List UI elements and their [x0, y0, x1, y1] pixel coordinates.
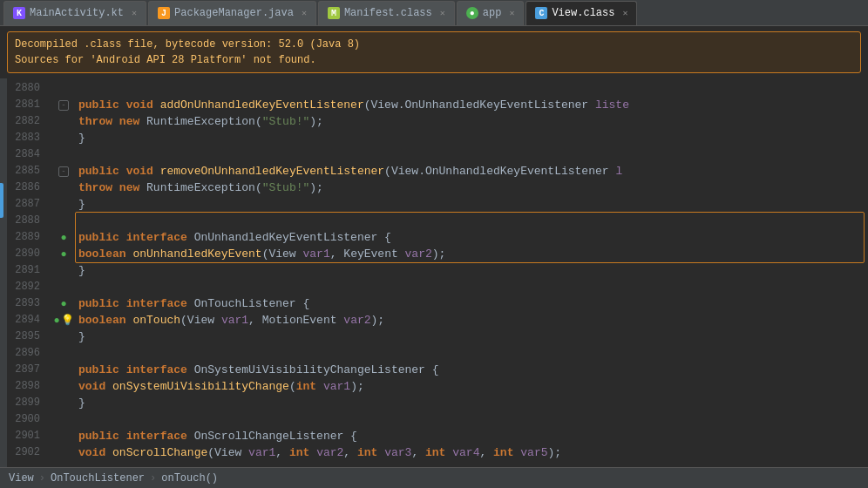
code-line: throw new RuntimeException("Stub!");: [78, 180, 868, 196]
line-number: 2895: [7, 329, 45, 345]
tab-view-class[interactable]: C View.class ✕: [526, 1, 637, 25]
code-line: public interface OnSystemUiVisibilityCha…: [78, 362, 868, 378]
gutter-marker: [52, 146, 75, 163]
code-line: [78, 345, 868, 362]
tab-close-icon[interactable]: ✕: [622, 8, 627, 18]
line-number: 2901: [7, 428, 45, 444]
gutter-marker: [52, 196, 75, 213]
gutter-marker: [52, 345, 75, 362]
code-line: throw new RuntimeException("Stub!");: [78, 113, 868, 130]
gutter-marker: [52, 279, 75, 295]
code-line: void onScrollChange(View var1, int var2,…: [78, 444, 868, 461]
line-number: 2888: [7, 213, 45, 229]
tab-bar: K MainActivity.kt ✕ J PackageManager.jav…: [0, 0, 868, 26]
gutter-marker: ●💡: [52, 312, 75, 329]
line-number: 2889: [7, 229, 45, 246]
gutter-marker: ●: [52, 229, 75, 246]
code-line: [78, 279, 868, 295]
status-bar: View › OnTouchListener › onTouch(): [0, 467, 868, 488]
code-line: void onSystemUiVisibilityChange(int var1…: [78, 378, 868, 395]
app-icon: ●: [466, 7, 478, 19]
code-line: [78, 411, 868, 428]
tab-package-manager[interactable]: J PackageManager.java ✕: [148, 1, 316, 25]
gutter-marker: [52, 329, 75, 345]
gutter: --●●●●💡: [52, 78, 75, 469]
gutter-marker: [52, 411, 75, 428]
line-number: 2890: [7, 246, 45, 262]
gutter-marker: [52, 262, 75, 279]
warning-banner: Decompiled .class file, bytecode version…: [7, 31, 861, 73]
line-number: 2902: [7, 444, 45, 461]
gutter-marker: -: [52, 163, 75, 180]
tab-close-icon[interactable]: ✕: [132, 8, 137, 18]
code-line: public interface OnScrollChangeListener …: [78, 428, 868, 444]
line-number: 2891: [7, 262, 45, 279]
line-number: 2899: [7, 395, 45, 411]
gutter-marker: [52, 395, 75, 411]
line-number: 2884: [7, 146, 45, 163]
line-number: 2881: [7, 97, 45, 113]
gutter-marker: [52, 130, 75, 146]
tab-main-activity[interactable]: K MainActivity.kt ✕: [3, 1, 146, 25]
breadcrumb-view[interactable]: View: [9, 472, 34, 485]
gutter-marker: ●: [52, 246, 75, 262]
code-line: [78, 213, 868, 229]
code-line: }: [78, 262, 868, 279]
gutter-marker: [52, 80, 75, 97]
code-line: public void removeOnUnhandledKeyEventLis…: [78, 163, 868, 180]
line-number: 2900: [7, 411, 45, 428]
line-number: 2894: [7, 312, 45, 329]
gutter-marker: [52, 113, 75, 130]
code-line: [78, 146, 868, 163]
code-line: }: [78, 329, 868, 345]
tab-close-icon[interactable]: ✕: [440, 8, 445, 18]
code-line: }: [78, 196, 868, 213]
breadcrumb-method[interactable]: onTouch(): [161, 472, 218, 485]
tab-manifest[interactable]: M Manifest.class ✕: [318, 1, 455, 25]
line-number: 2897: [7, 362, 45, 378]
gutter-marker: [52, 428, 75, 444]
line-number: 2893: [7, 295, 45, 312]
gutter-marker: -: [52, 97, 75, 113]
code-line: public interface OnUnhandledKeyEventList…: [78, 229, 868, 246]
code-line: [78, 80, 868, 97]
tab-label: Manifest.class: [344, 7, 432, 19]
tab-close-icon[interactable]: ✕: [509, 8, 514, 18]
java-icon: J: [158, 7, 170, 19]
tab-close-icon[interactable]: ✕: [302, 8, 307, 18]
breadcrumb-listener[interactable]: OnTouchListener: [51, 472, 145, 485]
code-line: }: [78, 130, 868, 146]
line-number: 2882: [7, 113, 45, 130]
code-line: }: [78, 395, 868, 411]
code-line: boolean onTouch(View var1, MotionEvent v…: [78, 312, 868, 329]
line-number: 2885: [7, 163, 45, 180]
warning-line1: Decompiled .class file, bytecode version…: [15, 37, 853, 52]
code-line: public interface OnTouchListener {: [78, 295, 868, 312]
gutter-marker: [52, 362, 75, 378]
class-icon: C: [535, 7, 547, 19]
gutter-marker: [52, 180, 75, 196]
scroll-indicator: [0, 183, 3, 218]
line-number: 2898: [7, 378, 45, 395]
warning-line2: Sources for 'Android API 28 Platform' no…: [15, 52, 853, 68]
line-number: 2887: [7, 196, 45, 213]
tab-label: MainActivity.kt: [30, 7, 124, 19]
code-line: public void addOnUnhandledKeyEventListen…: [78, 97, 868, 113]
line-numbers: 2880288128822883288428852886288728882889…: [7, 78, 52, 469]
gutter-marker: [52, 378, 75, 395]
breadcrumb-sep1: ›: [39, 472, 45, 485]
code-line: boolean onUnhandledKeyEvent(View var1, K…: [78, 246, 868, 262]
manifest-icon: M: [328, 7, 340, 19]
tab-app[interactable]: ● app ✕: [457, 1, 525, 25]
line-number: 2880: [7, 80, 45, 97]
tab-label: View.class: [552, 7, 614, 19]
line-number: 2896: [7, 345, 45, 362]
gutter-marker: [52, 444, 75, 461]
kotlin-icon: K: [13, 7, 25, 19]
tab-label: PackageManager.java: [174, 7, 294, 19]
breadcrumb-sep2: ›: [150, 472, 156, 485]
gutter-marker: ●: [52, 295, 75, 312]
tab-label: app: [483, 7, 502, 19]
code-content[interactable]: public void addOnUnhandledKeyEventListen…: [75, 78, 868, 469]
gutter-marker: [52, 213, 75, 229]
